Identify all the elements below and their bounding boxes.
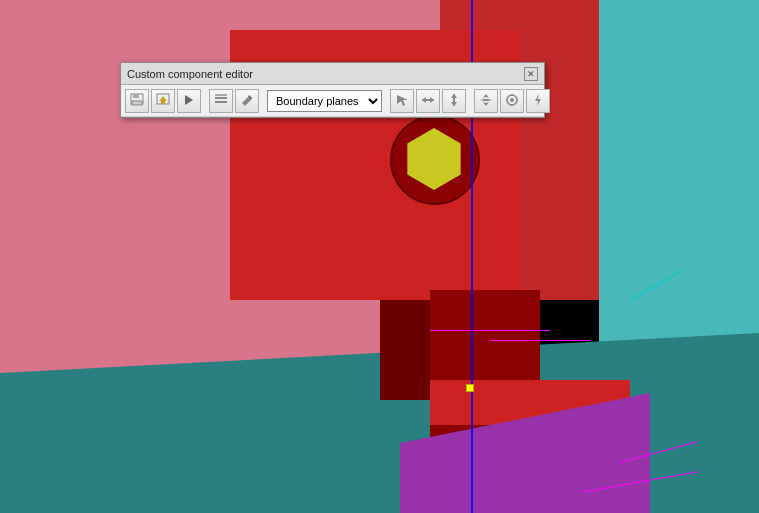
svg-marker-15: [451, 102, 457, 106]
svg-marker-14: [451, 94, 457, 98]
svg-rect-8: [215, 94, 227, 96]
magenta-dim-line-1: [430, 330, 550, 331]
dark-red-side: [380, 300, 430, 400]
add-vert-icon: [447, 93, 461, 109]
svg-marker-12: [430, 97, 434, 103]
revert-icon: [156, 93, 170, 109]
3d-viewport: Custom component editor ✕: [0, 0, 759, 513]
custom-component-editor-dialog: Custom component editor ✕: [120, 62, 545, 118]
dialog-close-button[interactable]: ✕: [524, 67, 538, 81]
dialog-toolbar: Boundary planes Profile Parameters Varia…: [121, 85, 544, 117]
svg-marker-9: [397, 95, 408, 106]
toolbar-edit-button[interactable]: [235, 89, 259, 113]
mode-dropdown[interactable]: Boundary planes Profile Parameters Varia…: [267, 90, 382, 112]
svg-marker-11: [422, 97, 426, 103]
svg-rect-1: [133, 94, 139, 98]
toolbar-save-button[interactable]: [125, 89, 149, 113]
dialog-titlebar: Custom component editor ✕: [121, 63, 544, 85]
svg-marker-16: [480, 94, 492, 106]
save-icon: [130, 93, 144, 109]
mode-dropdown-container: Boundary planes Profile Parameters Varia…: [267, 90, 382, 112]
dialog-title: Custom component editor: [127, 68, 253, 80]
yellow-marker: [466, 384, 474, 392]
toolbar-target-button[interactable]: [500, 89, 524, 113]
toolbar-revert-button[interactable]: [151, 89, 175, 113]
add-horiz-icon: [421, 93, 435, 109]
target-icon: [505, 93, 519, 109]
svg-rect-6: [215, 97, 227, 99]
svg-rect-7: [215, 101, 227, 103]
svg-point-18: [510, 98, 514, 102]
toolbar-pick-button[interactable]: [390, 89, 414, 113]
pick-icon: [395, 93, 409, 109]
run-icon: [182, 93, 196, 109]
toolbar-move-button[interactable]: [474, 89, 498, 113]
toolbar-layers-button[interactable]: [209, 89, 233, 113]
svg-rect-2: [132, 101, 142, 105]
toolbar-run-button[interactable]: [177, 89, 201, 113]
svg-rect-4: [161, 101, 165, 104]
edit-icon: [240, 93, 254, 109]
layers-icon: [214, 93, 228, 109]
bolt-icon: [531, 93, 545, 109]
svg-marker-5: [185, 95, 193, 105]
magenta-dim-line-2: [490, 340, 590, 341]
toolbar-bolt-button[interactable]: [526, 89, 550, 113]
move-icon: [479, 93, 493, 109]
toolbar-add2-button[interactable]: [442, 89, 466, 113]
toolbar-add1-button[interactable]: [416, 89, 440, 113]
